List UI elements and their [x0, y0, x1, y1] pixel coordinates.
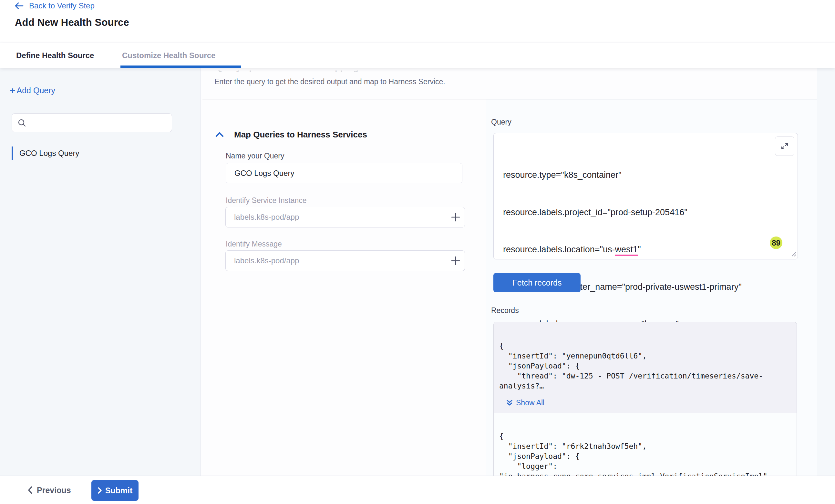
query-item-label: GCO Logs Query [19, 149, 79, 158]
records-panel: { "insertId": "yennepun0qtd6ll6", "jsonP… [493, 322, 797, 476]
plus-icon: + [10, 86, 16, 94]
double-chevron-down-icon [506, 399, 513, 407]
fetch-records-button[interactable]: Fetch records [493, 273, 581, 292]
previous-label: Previous [37, 486, 71, 495]
character-count-badge: 89 [770, 236, 782, 249]
query-sidebar: + Add Query GCO Logs Query [0, 68, 201, 476]
page-header: Back to Verify Step Add New Health Sourc… [0, 0, 835, 43]
record-item: { "insertId": "r6rk2tnah3owf5eh", "jsonP… [494, 413, 797, 476]
page-title: Add New Health Source [15, 17, 129, 28]
query-specifications-card: Query Specifications and Mappings Enter … [201, 68, 817, 476]
section-subtitle: Enter the query to get the desired outpu… [215, 78, 445, 86]
query-search-box [12, 113, 172, 132]
right-margin-strip [817, 68, 835, 476]
submit-button[interactable]: Submit [91, 480, 139, 501]
name-your-query-label: Name your Query [226, 152, 284, 160]
back-to-verify-step-link[interactable]: Back to Verify Step [14, 1, 95, 10]
identify-message-label: Identify Message [226, 240, 282, 249]
expand-query-button[interactable] [775, 136, 794, 156]
main-content: + Add Query GCO Logs Query Query Specifi… [0, 68, 835, 476]
add-query-label: Add Query [17, 86, 56, 95]
identify-service-instance-label: Identify Service Instance [226, 196, 307, 205]
identify-message-field-wrap [225, 250, 465, 271]
footer-bar: Previous Submit [0, 476, 835, 504]
query-name-input[interactable] [226, 163, 462, 183]
chevron-right-icon [98, 487, 102, 494]
map-queries-section-title: Map Queries to Harness Services [234, 130, 367, 140]
service-instance-input[interactable] [226, 207, 447, 227]
arrow-left-icon [14, 2, 24, 10]
add-message-plus-icon[interactable] [447, 251, 465, 271]
tab-define-health-source[interactable]: Define Health Source [16, 43, 94, 68]
card-divider [202, 99, 817, 99]
record-json: { "insertId": "r6rk2tnah3owf5eh", "jsonP… [499, 432, 793, 476]
active-tab-underline [120, 65, 241, 68]
records-label: Records [491, 306, 519, 315]
query-line: resource.labels.project_id="prod-setup-2… [503, 206, 772, 219]
record-item: { "insertId": "yennepun0qtd6ll6", "jsonP… [494, 322, 797, 413]
selected-indicator-bar [12, 146, 13, 160]
search-input[interactable] [30, 113, 172, 132]
chevron-left-icon [27, 486, 33, 494]
query-line: resource.labels.location="us-west1" [503, 243, 772, 256]
service-instance-field-wrap [225, 207, 465, 228]
submit-label: Submit [105, 486, 133, 495]
sidebar-item-gco-logs-query[interactable]: GCO Logs Query [0, 146, 180, 160]
health-source-tabbar: Define Health Source Customize Health So… [0, 43, 835, 68]
resize-handle-icon[interactable] [791, 251, 797, 258]
show-all-link[interactable]: Show All [506, 398, 544, 407]
tab-customize-health-source[interactable]: Customize Health Source [122, 43, 216, 68]
chevron-up-icon[interactable] [215, 131, 224, 139]
identify-message-input[interactable] [226, 251, 447, 271]
search-icon [18, 119, 26, 127]
expand-icon [780, 142, 789, 151]
section-heading: Query Specifications and Mappings [216, 68, 364, 72]
add-health-source-page: Back to Verify Step Add New Health Sourc… [0, 0, 835, 504]
back-link-label: Back to Verify Step [29, 1, 95, 10]
query-line: resource.type="k8s_container" [503, 169, 772, 181]
record-json: { "insertId": "yennepun0qtd6ll6", "jsonP… [499, 341, 793, 391]
query-name-field-wrap [226, 163, 462, 183]
previous-button[interactable]: Previous [27, 476, 71, 504]
add-query-button[interactable]: + Add Query [10, 86, 55, 95]
show-all-label: Show All [516, 398, 544, 407]
query-label: Query [491, 118, 511, 126]
add-service-instance-plus-icon[interactable] [447, 207, 465, 227]
query-textarea[interactable]: resource.type="k8s_container" resource.l… [493, 133, 798, 259]
spellcheck-underline: west1 [615, 245, 638, 256]
sidebar-divider [0, 141, 180, 141]
